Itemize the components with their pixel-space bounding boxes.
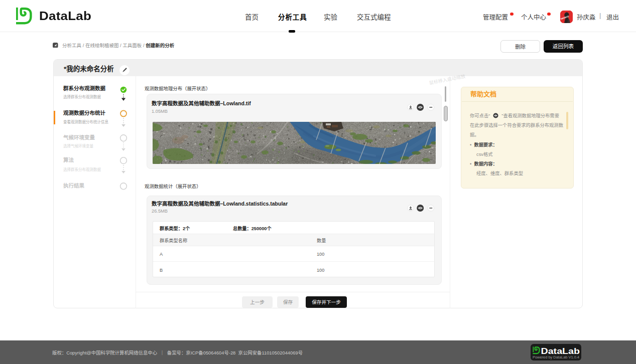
svg-text:DataLab: DataLab bbox=[541, 346, 580, 355]
svg-text:Powered by DataLab V1.0.4: Powered by DataLab V1.0.4 bbox=[533, 355, 579, 359]
